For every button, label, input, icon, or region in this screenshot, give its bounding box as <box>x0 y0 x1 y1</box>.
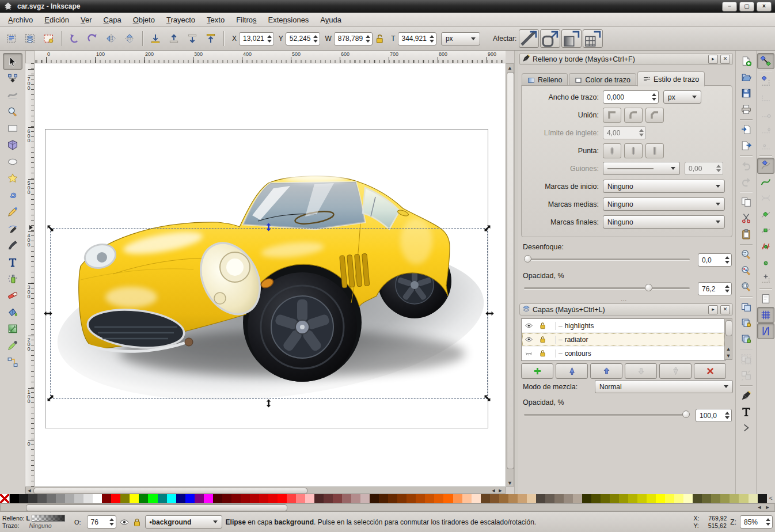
color-swatch[interactable] <box>47 494 56 503</box>
tool-bezier-pen[interactable] <box>3 220 22 237</box>
close-button[interactable]: × <box>757 2 772 12</box>
lower-to-bottom-button[interactable] <box>146 29 165 48</box>
eye-open-icon[interactable] <box>522 322 535 329</box>
tool-spiral[interactable] <box>3 187 22 203</box>
tool-eraser[interactable] <box>3 287 22 303</box>
color-swatch[interactable] <box>619 494 628 503</box>
snap-path-intersections-button[interactable] <box>757 190 774 206</box>
doc-save-button[interactable] <box>738 85 755 101</box>
selection-scale-handle[interactable] <box>483 394 492 402</box>
print-button[interactable] <box>738 101 755 117</box>
miter-limit-input[interactable]: 4,00 <box>603 126 646 139</box>
menu-filtros[interactable]: Filtros <box>230 14 262 26</box>
color-swatch[interactable] <box>296 494 305 503</box>
marker-dropdown-1[interactable]: Ninguno <box>603 197 725 211</box>
menu-capa[interactable]: Capa <box>98 14 127 26</box>
snap-bbox-edges-button[interactable] <box>757 89 774 105</box>
menu-archivo[interactable]: Archivo <box>2 14 39 26</box>
select-all-layers-button[interactable] <box>21 29 39 48</box>
color-swatch[interactable] <box>222 494 231 503</box>
palette-more-icon[interactable]: < <box>767 494 775 503</box>
color-swatch[interactable] <box>158 494 167 503</box>
rotate-cw-button[interactable] <box>83 29 102 48</box>
color-swatch[interactable] <box>407 494 416 503</box>
layer-opacity-slider[interactable] <box>524 409 690 420</box>
color-swatch[interactable] <box>333 494 342 503</box>
dash-offset-input[interactable]: 0,00 <box>685 162 723 175</box>
flip-vertical-button[interactable] <box>120 29 139 48</box>
ungroup-button[interactable] <box>738 367 755 383</box>
layer-lock-icon[interactable] <box>132 518 142 527</box>
copy-button[interactable] <box>738 194 755 210</box>
minimize-button[interactable]: – <box>722 2 737 12</box>
color-swatch[interactable] <box>111 494 120 503</box>
color-swatch[interactable] <box>554 494 564 503</box>
tab-tab-stroke-style[interactable]: Estilo de trazo <box>637 71 705 86</box>
vertical-scrollbar[interactable]: ▲ ▼ <box>506 63 514 487</box>
color-swatch[interactable] <box>278 494 287 503</box>
layer-opacity-input[interactable]: 100,0 <box>696 409 732 422</box>
scroll-left-icon[interactable]: ◄ <box>26 487 33 493</box>
snap-bbox-midpoints-button[interactable] <box>757 121 774 138</box>
color-swatch[interactable] <box>591 494 601 503</box>
color-swatch[interactable] <box>582 494 591 503</box>
y-input[interactable]: 52,245 <box>286 32 321 45</box>
color-swatch[interactable] <box>139 494 148 503</box>
color-swatch[interactable] <box>28 494 37 503</box>
unlink-clone-button[interactable] <box>738 331 755 347</box>
snap-guides-button[interactable] <box>757 323 774 339</box>
color-swatch[interactable] <box>499 494 508 503</box>
canvas[interactable] <box>35 63 506 487</box>
layer-lower-bottom-button[interactable] <box>659 363 692 379</box>
snap-midpoints-button[interactable] <box>757 238 774 254</box>
raise-button[interactable] <box>165 29 183 48</box>
color-swatch[interactable] <box>656 494 665 503</box>
snap-bbox-centers-button[interactable] <box>757 138 774 154</box>
layer-row-contours[interactable]: –contours <box>522 347 725 360</box>
panel-detach-icon[interactable]: ▸ <box>708 55 718 64</box>
color-swatch[interactable] <box>360 494 370 503</box>
color-swatch[interactable] <box>241 494 250 503</box>
color-swatch[interactable] <box>416 494 425 503</box>
lower-button[interactable] <box>183 29 202 48</box>
current-layer-dropdown[interactable]: •background <box>145 515 222 529</box>
paste-button[interactable] <box>738 226 755 242</box>
fill-swatch[interactable] <box>32 515 65 522</box>
layers-close-icon[interactable]: ✕ <box>720 305 730 314</box>
layer-raise-button[interactable] <box>590 363 622 379</box>
rotate-ccw-button[interactable] <box>65 29 83 48</box>
clone-button[interactable] <box>738 315 755 331</box>
color-swatch[interactable] <box>388 494 397 503</box>
color-swatch[interactable] <box>342 494 351 503</box>
affect-stroke-button[interactable] <box>519 29 539 48</box>
fs-opacity-slider[interactable] <box>524 282 690 294</box>
snap-page-border-button[interactable] <box>757 291 774 307</box>
color-swatch[interactable] <box>195 494 204 503</box>
color-swatch[interactable] <box>379 494 388 503</box>
layer-new-button[interactable] <box>521 363 553 379</box>
affect-corners-button[interactable] <box>540 29 560 48</box>
color-swatch[interactable] <box>453 494 462 503</box>
color-swatch[interactable] <box>324 494 333 503</box>
deselect-button[interactable] <box>39 29 58 48</box>
tool-node-editor[interactable] <box>3 70 22 86</box>
tool-star[interactable] <box>3 170 22 187</box>
horizontal-ruler[interactable]: 0100200300400500600700800900 <box>35 51 506 63</box>
affect-gradient-button[interactable] <box>561 29 582 48</box>
layer-raise-top-button[interactable] <box>556 363 588 379</box>
cap-butt-button[interactable] <box>603 143 621 158</box>
group-button[interactable] <box>738 351 755 367</box>
object-opacity-input[interactable]: 76 <box>87 515 116 529</box>
color-swatch[interactable] <box>65 494 74 503</box>
menu-ayuda[interactable]: Ayuda <box>314 14 347 26</box>
fill-stroke-indicator[interactable]: Relleno: L Trazo: Ninguno <box>2 515 65 530</box>
color-swatch[interactable] <box>176 494 185 503</box>
duplicate-button[interactable] <box>738 299 755 315</box>
tool-tweak[interactable] <box>3 86 22 103</box>
color-swatch[interactable] <box>472 494 481 503</box>
doc-open-button[interactable] <box>738 69 755 85</box>
horizontal-scrollbar[interactable]: ◄ ◄ ► <box>25 487 506 494</box>
zoom-input[interactable]: 85% <box>740 515 773 529</box>
color-swatch[interactable] <box>231 494 241 503</box>
selection-scale-handle[interactable] <box>46 224 55 233</box>
